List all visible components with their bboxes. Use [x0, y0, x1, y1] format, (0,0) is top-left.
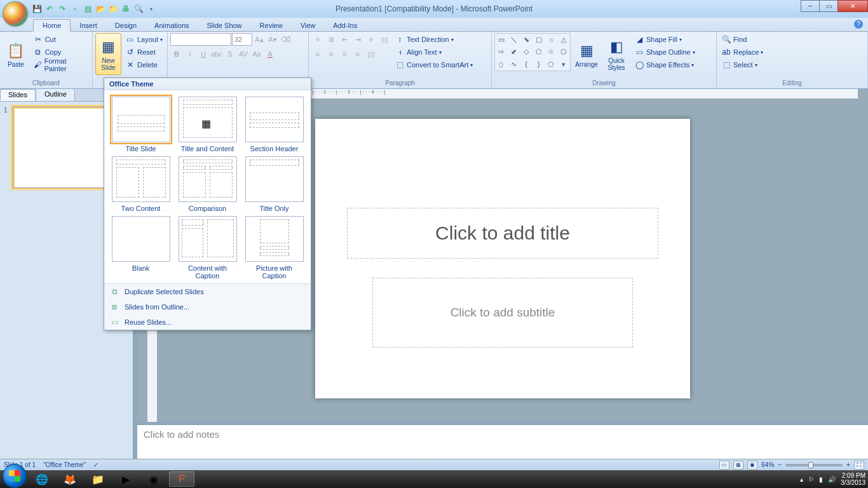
- delete-button[interactable]: ✕Delete: [123, 58, 165, 71]
- subtitle-placeholder[interactable]: Click to add subtitle: [372, 278, 633, 348]
- taskbar-chrome-icon[interactable]: ◉: [141, 471, 166, 487]
- arrange-button[interactable]: ▦Arrange: [573, 33, 600, 75]
- shape-fill-button[interactable]: ◢Shape Fill▾: [632, 33, 697, 46]
- layout-comparison[interactable]: Comparison: [176, 156, 239, 212]
- align-text-button[interactable]: ⫞Align Text▾: [393, 46, 475, 58]
- shape-icon[interactable]: ⬋: [508, 46, 520, 58]
- columns-button[interactable]: ▯▯: [378, 33, 391, 46]
- maximize-button[interactable]: ▭: [819, 0, 838, 12]
- shape-icon[interactable]: }: [532, 58, 545, 71]
- shadow-button[interactable]: S: [224, 48, 236, 60]
- fit-button[interactable]: ⛶: [854, 461, 864, 470]
- taskbar-media-icon[interactable]: ▶: [113, 471, 139, 487]
- pane-tab-slides[interactable]: Slides: [0, 89, 36, 101]
- shape-icon[interactable]: ⬯: [495, 58, 508, 71]
- qat-icon[interactable]: ▤: [83, 4, 93, 14]
- close-button[interactable]: ✕: [837, 0, 868, 12]
- underline-button[interactable]: U: [197, 48, 210, 60]
- text-direction-button[interactable]: ↕Text Direction▾: [393, 33, 475, 46]
- case-button[interactable]: Aa: [250, 48, 263, 60]
- align-center-button[interactable]: ≡: [325, 48, 337, 60]
- taskbar-explorer-icon[interactable]: 📁: [85, 471, 111, 487]
- qat-icon-2[interactable]: 📁: [108, 4, 118, 14]
- shape-icon[interactable]: ⬊: [520, 34, 532, 46]
- tray-flag-icon[interactable]: ⚐: [808, 476, 814, 483]
- duplicate-slides-item[interactable]: ⧉Duplicate Selected Slides: [104, 284, 311, 299]
- shape-icon[interactable]: ○: [545, 34, 558, 46]
- zoom-slider[interactable]: [785, 464, 843, 466]
- justify-button[interactable]: ≡: [351, 48, 364, 60]
- tab-animations[interactable]: Animations: [146, 20, 198, 31]
- notes-pane[interactable]: Click to add notes: [137, 424, 868, 459]
- zoom-percent[interactable]: 64%: [761, 461, 774, 468]
- shape-outline-button[interactable]: ▭Shape Outline▾: [632, 46, 697, 58]
- shape-icon[interactable]: ▭: [495, 34, 508, 46]
- select-button[interactable]: ⬚Select▾: [719, 58, 765, 71]
- layout-section-header[interactable]: Section Header: [243, 97, 306, 152]
- format-painter-button[interactable]: 🖌Format Painter: [31, 58, 90, 71]
- shape-icon[interactable]: ▾: [557, 58, 570, 71]
- qat-open-icon[interactable]: 📂: [95, 4, 105, 14]
- indent-inc-button[interactable]: ⇥: [351, 33, 364, 46]
- taskbar-powerpoint-icon[interactable]: P: [169, 471, 194, 487]
- layout-title-only[interactable]: Title Only: [243, 156, 306, 212]
- qat-more-icon[interactable]: ▾: [146, 4, 156, 14]
- font-color-button[interactable]: A: [264, 48, 276, 60]
- grow-font-button[interactable]: A▴: [253, 33, 266, 46]
- clear-format-button[interactable]: ⌫: [280, 33, 292, 46]
- pane-tab-outline[interactable]: Outline: [37, 89, 75, 101]
- cut-button[interactable]: ✂Cut: [31, 33, 90, 46]
- spellcheck-icon[interactable]: ✓: [93, 461, 98, 468]
- slideshow-view-button[interactable]: ▣: [747, 461, 757, 470]
- copy-button[interactable]: ⧉Copy: [31, 46, 90, 58]
- align-right-button[interactable]: ≡: [338, 48, 351, 60]
- layout-button[interactable]: ▭Layout▾: [123, 33, 165, 46]
- indent-dec-button[interactable]: ⇤: [338, 33, 351, 46]
- sorter-view-button[interactable]: ▦: [733, 461, 743, 470]
- layout-blank[interactable]: Blank: [109, 216, 172, 280]
- align-left-button[interactable]: ≡: [311, 48, 324, 60]
- strike-button[interactable]: abc: [210, 48, 223, 60]
- slide-canvas[interactable]: Click to add title Click to add subtitle: [315, 119, 690, 398]
- title-placeholder[interactable]: Click to add title: [347, 208, 658, 259]
- help-icon[interactable]: ?: [854, 20, 863, 29]
- tray-clock[interactable]: 2:09 PM 3/3/2013: [841, 472, 865, 486]
- tray-up-icon[interactable]: ▴: [800, 476, 803, 483]
- save-icon[interactable]: 💾: [32, 4, 42, 14]
- office-button[interactable]: [3, 1, 28, 27]
- start-button[interactable]: [3, 464, 27, 488]
- shrink-font-button[interactable]: A▾: [266, 33, 279, 46]
- tab-home[interactable]: Home: [33, 19, 71, 32]
- tray-network-icon[interactable]: ▮: [819, 476, 823, 483]
- zoom-in-button[interactable]: +: [846, 461, 850, 468]
- italic-button[interactable]: I: [184, 48, 196, 60]
- shape-icon[interactable]: ☆: [545, 46, 558, 58]
- redo-icon[interactable]: ↷: [57, 4, 67, 14]
- shape-icon[interactable]: ⇨: [495, 46, 508, 58]
- columns2-button[interactable]: ▯▯: [365, 48, 377, 60]
- tray-volume-icon[interactable]: 🔊: [828, 476, 836, 483]
- layout-content-caption[interactable]: Content with Caption: [176, 216, 239, 280]
- taskbar-ie-icon[interactable]: 🌐: [29, 471, 55, 487]
- line-spacing-button[interactable]: ≡: [365, 33, 377, 46]
- qat-new-icon[interactable]: ▫: [70, 4, 80, 14]
- shape-icon[interactable]: ∿: [508, 58, 520, 71]
- minimize-button[interactable]: ─: [801, 0, 820, 12]
- shape-effects-button[interactable]: ◯Shape Effects▾: [632, 58, 697, 71]
- shapes-gallery[interactable]: ▭＼⬊▢○△ ⇨⬋◇⬠☆⬡ ⬯∿{}⬠▾: [494, 33, 571, 71]
- layout-title-content[interactable]: ▦ Title and Content: [176, 97, 239, 152]
- quick-styles-button[interactable]: ◧Quick Styles: [602, 33, 630, 75]
- find-button[interactable]: 🔍Find: [719, 33, 765, 46]
- tab-view[interactable]: View: [292, 20, 325, 31]
- paste-button[interactable]: 📋 Paste: [3, 33, 29, 75]
- layout-two-content[interactable]: Two Content: [109, 156, 172, 212]
- font-size-combo[interactable]: 32: [232, 33, 252, 46]
- bold-button[interactable]: B: [170, 48, 183, 60]
- font-family-combo[interactable]: [170, 33, 231, 46]
- undo-icon[interactable]: ↶: [44, 4, 55, 14]
- shape-icon[interactable]: ▢: [532, 34, 545, 46]
- qat-print-icon[interactable]: 🖶: [121, 4, 131, 14]
- shape-icon[interactable]: ＼: [508, 34, 520, 46]
- zoom-out-button[interactable]: −: [778, 461, 782, 468]
- taskbar-firefox-icon[interactable]: 🦊: [57, 471, 83, 487]
